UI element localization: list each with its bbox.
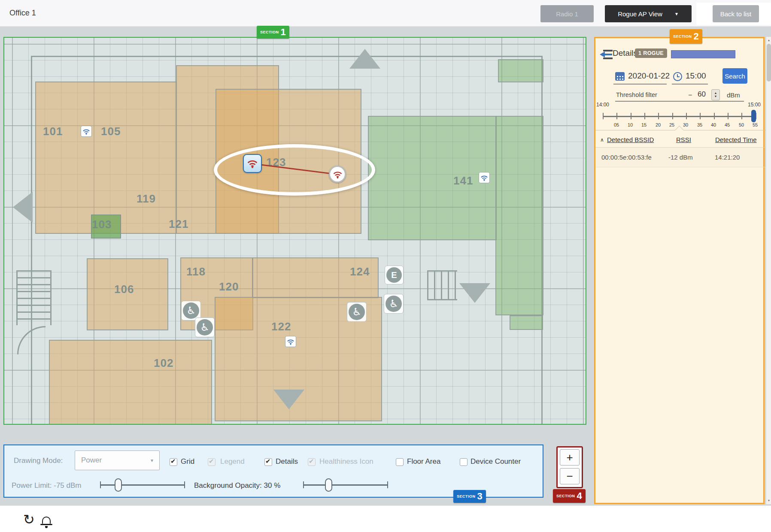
date-underline: [613, 84, 667, 85]
section-badge-number: 3: [477, 491, 483, 502]
healthiness-icon-checkbox[interactable]: [308, 458, 316, 466]
timeline-tick: [631, 113, 631, 119]
timeline-tick: [603, 113, 604, 119]
grid-checkbox[interactable]: [170, 458, 177, 466]
timeline-tick: [714, 113, 715, 119]
drawing-mode-select[interactable]: Power ▼: [75, 450, 160, 470]
power-limit-slider-handle[interactable]: [115, 478, 122, 492]
room-label: 124: [350, 265, 370, 278]
timeline-slider-handle[interactable]: [751, 110, 756, 122]
section-4-badge: SECTION 4: [553, 489, 586, 503]
device-counter-checkbox[interactable]: [460, 458, 467, 466]
time-field[interactable]: 15:00: [686, 71, 706, 81]
legend-checkbox[interactable]: [208, 458, 216, 466]
chevron-down-icon: ▼: [150, 458, 154, 463]
date-field[interactable]: 2020-01-22: [628, 71, 670, 81]
rogue-count-badge: 1 ROGUE: [635, 48, 667, 58]
device-counter-checkbox-label: Device Counter: [470, 457, 521, 466]
zoom-out-button[interactable]: −: [560, 468, 580, 484]
column-header-rssi[interactable]: RSSI: [676, 136, 691, 143]
timeline-tick: [728, 113, 729, 119]
timeline-tick: [658, 113, 659, 119]
details-checkbox-label: Details: [276, 457, 298, 466]
detecting-ap-icon[interactable]: [243, 154, 262, 173]
icon-backing: E: [385, 266, 404, 284]
view-mode-label: Rogue AP View: [618, 10, 662, 18]
column-header-time[interactable]: Detected Time: [715, 136, 757, 143]
room-area-green: [368, 116, 497, 240]
timeline-tick-label: 25: [669, 122, 674, 127]
collapse-panel-icon[interactable]: [600, 50, 613, 59]
floor-map[interactable]: E ♿ ♿ ♿ ♿ 101 105 123 119 103 121 141 11…: [3, 37, 586, 425]
timeline-tick-label: 20: [656, 122, 661, 127]
column-header-bssid[interactable]: Detected BSSID: [607, 136, 654, 143]
back-to-list-button[interactable]: Back to list: [713, 5, 759, 22]
icon-backing: ♿: [384, 294, 404, 314]
bell-icon-lip: [40, 524, 52, 525]
floor-area-checkbox[interactable]: [396, 458, 404, 466]
timeline-tick-label: 55: [753, 122, 758, 127]
room-area-green: [498, 59, 543, 82]
timeline-tick: [741, 113, 742, 119]
rogue-ap-icon[interactable]: [329, 166, 346, 183]
wifi-icon: [82, 128, 90, 135]
drawing-mode-value: Power: [81, 456, 102, 465]
room-label: 103: [92, 218, 112, 231]
arrow-left-icon: [13, 192, 33, 223]
view-mode-dropdown[interactable]: Rogue AP View ▼: [605, 5, 692, 22]
scroll-up-icon[interactable]: ▲: [766, 37, 771, 43]
page-title: Office 1: [9, 9, 36, 18]
elevator-icon: E: [386, 267, 402, 283]
refresh-icon[interactable]: ↻: [23, 511, 35, 528]
slider-end-tick: [387, 481, 388, 488]
wifi-icon: [333, 170, 343, 178]
ap-icon[interactable]: [81, 126, 92, 137]
section-badge-number: 4: [577, 490, 582, 502]
timeline-tick: [686, 113, 687, 119]
radio-button[interactable]: Radio 1: [540, 5, 594, 22]
timeline-tick-label: 05: [614, 122, 619, 127]
spinner-up-icon: ▲: [714, 91, 717, 95]
threshold-underline: [615, 101, 744, 102]
threshold-value-input[interactable]: 60: [698, 90, 706, 99]
clock-icon: [673, 72, 682, 81]
room-label: 120: [219, 280, 239, 293]
scrollbar[interactable]: ▲ ▼: [766, 37, 771, 504]
scrollbar-thumb[interactable]: [767, 44, 771, 82]
wifi-icon: [247, 159, 258, 168]
timeline-tick-label: 30: [683, 122, 688, 127]
timeline-slider-track[interactable]: [603, 116, 756, 117]
grid-checkbox-label: Grid: [181, 457, 194, 466]
room-label: 141: [453, 174, 473, 187]
opacity-slider-track[interactable]: [304, 484, 388, 486]
threshold-spinner[interactable]: ▲▼: [711, 89, 720, 100]
slider-end-tick: [100, 481, 101, 488]
room-label: 118: [186, 265, 206, 278]
details-checkbox[interactable]: [264, 458, 272, 466]
search-button[interactable]: Search: [722, 68, 747, 84]
power-limit-slider-track[interactable]: [100, 484, 185, 486]
wifi-icon: [287, 339, 294, 345]
arrow-down-icon: [273, 390, 304, 409]
opacity-slider-handle[interactable]: [325, 478, 332, 492]
zoom-in-button[interactable]: +: [560, 449, 580, 466]
threshold-unit: dBm: [727, 91, 740, 99]
details-panel: Details 1 ROGUE 2020-01-22 15:00 Search …: [594, 37, 765, 504]
bell-icon[interactable]: [42, 517, 51, 524]
arrow-down-icon: [459, 283, 490, 303]
arrow-up-icon: [349, 49, 380, 69]
chevron-down-icon: ▼: [674, 12, 679, 16]
timeline-end-label: 15:00: [748, 102, 761, 108]
legend-color-bar: [671, 50, 735, 58]
section-badge-number: 1: [281, 27, 286, 38]
scroll-down-icon[interactable]: ▼: [766, 497, 771, 503]
ap-icon[interactable]: [285, 336, 296, 347]
slider-end-tick: [184, 481, 185, 488]
timeline-tick-label: 10: [628, 122, 633, 127]
slider-end-tick: [303, 481, 304, 488]
table-header-row: ∧ Detected BSSID RSSI Detected Time: [595, 133, 766, 148]
table-row[interactable]: 00:00:5e:00:53:fe -12 dBm 14:21:20: [595, 148, 766, 167]
stairs: [16, 270, 52, 325]
ap-icon[interactable]: [479, 172, 490, 183]
rssi-cell: -12 dBm: [668, 154, 693, 161]
